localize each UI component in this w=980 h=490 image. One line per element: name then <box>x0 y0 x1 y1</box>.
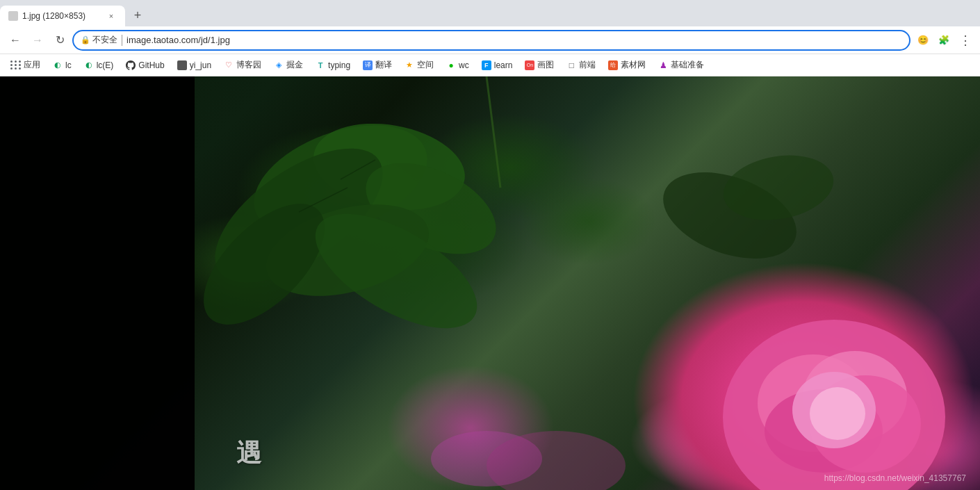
bookmark-material-label: 素材网 <box>621 59 646 71</box>
back-button[interactable]: ← <box>6 31 25 50</box>
base-icon: ♟ <box>658 60 668 70</box>
tab-close-button[interactable]: × <box>106 10 117 22</box>
bookmark-apps-label: 应用 <box>24 59 40 71</box>
url-input[interactable] <box>126 35 902 45</box>
new-tab-button[interactable]: + <box>128 6 147 25</box>
bookmark-lce-label: lc(E) <box>97 60 114 70</box>
profile-button[interactable]: 😊 <box>913 31 933 50</box>
image-content: 遇 https://blog.csdn.net/weixin_41357767 <box>0 76 980 490</box>
img-icon: On <box>525 60 534 70</box>
bookmarks-bar: 应用 ◐ lc ◐ lc(E) GitHub yi_jun ♡ 博客园 ◈ 掘金 <box>0 54 980 76</box>
tab-favicon <box>8 11 18 21</box>
bookmark-base[interactable]: ♟ 基础准备 <box>653 57 710 73</box>
space-icon: ★ <box>405 60 414 70</box>
bookmark-front[interactable]: □ 前端 <box>561 57 601 73</box>
bookmark-github-label: GitHub <box>138 60 164 70</box>
translate-icon: 译 <box>363 60 373 70</box>
bookmark-yijun[interactable]: yi_jun <box>172 58 217 72</box>
image-credit-url: https://blog.csdn.net/weixin_41357767 <box>824 473 966 483</box>
learn-icon: F <box>482 60 491 70</box>
browser-frame: 1.jpg (1280×853) × + ← → ↻ 🔒 不安全 😊 🧩 ⋮ <box>0 0 980 490</box>
bookmark-base-label: 基础准备 <box>671 59 704 71</box>
watermark-character: 遇 <box>236 436 261 471</box>
tab-bar: 1.jpg (1280×853) × + <box>0 0 980 26</box>
material-icon: 给 <box>608 60 618 70</box>
bookmark-blog-label: 博客园 <box>236 59 261 71</box>
lce-icon: ◐ <box>84 60 94 70</box>
bookmark-github[interactable]: GitHub <box>120 58 170 72</box>
bookmark-lce[interactable]: ◐ lc(E) <box>79 58 120 72</box>
bookmark-lc-label: lc <box>65 60 72 70</box>
bookmark-space[interactable]: ★ 空间 <box>399 57 439 73</box>
bookmark-lc[interactable]: ◐ lc <box>47 58 77 72</box>
bookmark-translate[interactable]: 译 翻译 <box>357 57 398 73</box>
typing-icon: T <box>316 60 325 70</box>
bookmark-wc[interactable]: ● wc <box>441 58 475 72</box>
bookmark-typing-label: typing <box>328 60 350 70</box>
menu-button[interactable]: ⋮ <box>955 31 974 50</box>
nav-bar: ← → ↻ 🔒 不安全 😊 🧩 ⋮ <box>0 26 980 54</box>
apps-grid-icon <box>11 60 21 70</box>
bookmark-img-label: 画图 <box>537 59 554 71</box>
security-indicator: 🔒 不安全 <box>81 34 117 46</box>
juejin-icon: ◈ <box>274 60 284 70</box>
reload-button[interactable]: ↻ <box>50 31 70 50</box>
bookmark-learn-label: learn <box>494 60 513 70</box>
yijun-icon <box>177 60 187 70</box>
address-divider <box>122 35 122 46</box>
bookmark-learn[interactable]: F learn <box>476 58 518 72</box>
forward-button[interactable]: → <box>28 31 47 50</box>
bookmark-wc-label: wc <box>459 60 469 70</box>
front-icon: □ <box>566 60 576 70</box>
nav-right-buttons: 😊 🧩 ⋮ <box>913 31 974 50</box>
bookmark-img[interactable]: On 画图 <box>519 57 560 73</box>
dark-left-panel <box>0 76 195 490</box>
bookmark-translate-label: 翻译 <box>375 59 392 71</box>
bookmark-juejin-label: 掘金 <box>286 59 303 71</box>
extensions-button[interactable]: 🧩 <box>934 31 954 50</box>
active-tab[interactable]: 1.jpg (1280×853) × <box>0 6 125 26</box>
lc-icon: ◐ <box>53 60 63 70</box>
bookmark-blog[interactable]: ♡ 博客园 <box>218 57 267 73</box>
bookmark-front-label: 前端 <box>579 59 596 71</box>
blog-icon: ♡ <box>224 60 234 70</box>
bookmark-space-label: 空间 <box>417 59 434 71</box>
bookmark-apps[interactable]: 应用 <box>6 57 46 73</box>
bookmark-yijun-label: yi_jun <box>190 60 211 70</box>
github-icon <box>126 60 136 70</box>
security-label: 不安全 <box>92 34 117 46</box>
bookmark-typing[interactable]: T typing <box>310 58 356 72</box>
tab-title: 1.jpg (1280×853) <box>22 11 101 21</box>
wc-icon: ● <box>446 60 456 70</box>
address-bar[interactable]: 🔒 不安全 <box>72 30 910 51</box>
bookmark-juejin[interactable]: ◈ 掘金 <box>268 57 309 73</box>
bookmark-material[interactable]: 给 素材网 <box>603 57 651 73</box>
